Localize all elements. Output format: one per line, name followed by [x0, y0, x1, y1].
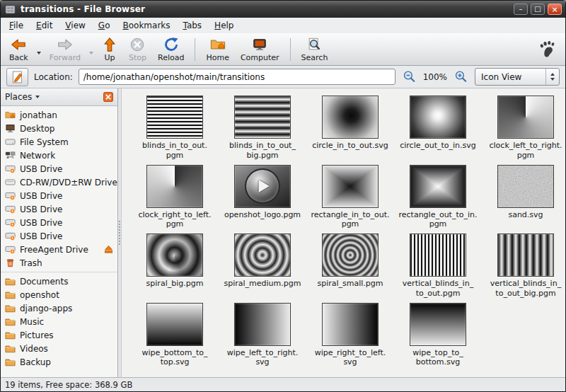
places-title: Places — [5, 92, 32, 102]
up-button[interactable]: Up — [96, 35, 123, 64]
place-videos[interactable]: Videos — [1, 342, 117, 355]
zoom-in-icon — [454, 70, 468, 83]
place-backup[interactable]: Backup — [1, 355, 117, 369]
place-label: Desktop — [20, 124, 55, 134]
file-name: blinds_​in_​to_​out_​big.​pgm — [223, 141, 302, 161]
eject-button[interactable] — [103, 244, 114, 255]
file-item[interactable]: rectangle_​in_​to_​out.​pgm — [307, 165, 393, 230]
place-trash[interactable]: Trash — [1, 256, 117, 270]
search-button[interactable]: Search — [296, 35, 334, 64]
menu-bookmarks[interactable]: Bookmarks — [116, 19, 176, 32]
places-header[interactable]: Places — [1, 88, 117, 106]
place-usb-drive[interactable]: USB Drive — [1, 202, 117, 216]
place-desktop[interactable]: Desktop — [1, 122, 117, 135]
folder-icon — [5, 289, 16, 300]
place-jonathan[interactable]: jonathan — [1, 108, 117, 122]
toolbar-button-label: Search — [301, 53, 328, 62]
minimize-button[interactable]: – — [514, 4, 528, 15]
file-item[interactable]: wipe_​left_​to_​right.​svg — [219, 303, 306, 368]
place-network[interactable]: Network — [1, 149, 117, 162]
place-usb-drive[interactable]: USB Drive — [1, 216, 117, 229]
menu-view[interactable]: View — [59, 19, 91, 32]
places-close-button[interactable] — [103, 92, 113, 102]
eject-icon — [103, 244, 114, 255]
menu-help[interactable]: Help — [208, 19, 240, 32]
place-label: USB Drive — [20, 231, 62, 241]
file-name: circle_​out_​to_​in.​svg — [400, 141, 476, 151]
file-item[interactable]: wipe_​top_​to_​bottom.​svg — [395, 303, 481, 368]
home-button[interactable]: Home — [200, 35, 234, 64]
file-item[interactable]: wipe_​right_​to_​left.​svg — [307, 303, 393, 368]
place-label: Videos — [20, 344, 48, 354]
place-freeagent-drive[interactable]: FreeAgent Drive — [1, 243, 117, 256]
place-documents[interactable]: Documents — [1, 275, 117, 288]
file-item[interactable]: wipe_​bottom_​to_​top.​svg — [132, 303, 218, 368]
computer-button[interactable]: Computer — [235, 35, 285, 64]
reload-icon — [163, 37, 179, 52]
menu-go[interactable]: Go — [92, 19, 117, 32]
close-button[interactable]: × — [548, 4, 562, 15]
file-item[interactable]: clock_​right_​to_​left.​pgm — [132, 165, 218, 230]
file-name: sand.​svg — [508, 210, 543, 220]
menu-tabs[interactable]: Tabs — [177, 19, 209, 32]
back-history-dropdown[interactable] — [34, 40, 44, 59]
zoom-out-button[interactable] — [401, 69, 417, 85]
titlebar[interactable]: transitions - File Browser – □ × — [1, 1, 565, 18]
file-manager-icon — [4, 4, 16, 16]
menu-file[interactable]: File — [3, 19, 30, 32]
file-item[interactable]: blinds_​in_​to_​out.​pgm — [132, 96, 218, 161]
menu-edit[interactable]: Edit — [30, 19, 59, 32]
toolbar-button-label: Back — [9, 53, 28, 62]
spiral-big-thumbnail — [146, 234, 203, 277]
file-item[interactable]: blinds_​in_​to_​out_​big.​pgm — [219, 96, 306, 161]
file-item[interactable]: vertical_​blinds_​in_​to_​out.​pgm — [395, 234, 481, 299]
file-item[interactable]: circle_​in_​to_​out.​svg — [307, 96, 393, 161]
file-item[interactable]: spiral_​big.​pgm — [132, 234, 218, 299]
maximize-button[interactable]: □ — [531, 4, 545, 15]
view-mode-value: Icon View — [481, 72, 521, 82]
status-bar: 19 items, Free space: 368.9 GB — [1, 377, 565, 391]
toolbar-button-label: Reload — [158, 53, 184, 62]
file-item[interactable]: vertical_​blinds_​in_​to_​out_​big.​pgm — [483, 234, 565, 299]
stop-button[interactable]: Stop — [123, 35, 152, 64]
reload-button[interactable]: Reload — [152, 35, 190, 64]
place-openshot[interactable]: openshot — [1, 288, 117, 301]
view-mode-select[interactable]: Icon View — [475, 68, 560, 86]
back-button[interactable]: Back — [4, 35, 34, 64]
place-label: django-apps — [20, 304, 72, 313]
place-usb-drive[interactable]: USB Drive — [1, 189, 117, 202]
circle-out-thumbnail — [410, 96, 466, 139]
places-close-icon — [103, 92, 113, 102]
place-label: Music — [20, 317, 44, 327]
location-bar: Location: 100% Icon View — [1, 66, 565, 88]
file-item[interactable]: clock_​left_​to_​right.​pgm — [483, 96, 565, 161]
file-item[interactable]: openshot_​logo.​pgm — [219, 165, 306, 230]
place-label: Pictures — [20, 330, 54, 340]
place-music[interactable]: Music — [1, 315, 117, 328]
zoom-level: 100% — [423, 72, 447, 82]
file-item[interactable]: sand.​svg — [483, 165, 565, 230]
place-usb-drive[interactable]: USB Drive — [1, 229, 117, 243]
usb-drive-icon — [5, 244, 16, 255]
file-item[interactable]: rectangle_​out_​to_​in.​pgm — [395, 165, 481, 230]
pane-splitter[interactable] — [118, 88, 122, 377]
place-pictures[interactable]: Pictures — [1, 328, 117, 342]
file-item[interactable]: spiral_​medium.​pgm — [219, 234, 306, 299]
file-item[interactable]: circle_​out_​to_​in.​svg — [395, 96, 481, 161]
forward-history-dropdown[interactable] — [86, 40, 96, 59]
forward-button[interactable]: Forward — [44, 35, 86, 64]
toolbar-button-label: Computer — [241, 53, 279, 62]
zoom-in-button[interactable] — [453, 69, 469, 85]
place-label: FreeAgent Drive — [20, 245, 88, 255]
place-file-system[interactable]: File System — [1, 135, 117, 149]
file-name: rectangle_​out_​to_​in.​pgm — [398, 210, 478, 230]
location-toggle-button[interactable] — [6, 68, 28, 86]
rect-in-thumbnail — [322, 165, 379, 208]
location-input[interactable] — [79, 69, 395, 85]
place-cd-rw-dvd-rw-drive[interactable]: CD-RW/DVD±RW Drive — [1, 175, 117, 189]
place-usb-drive[interactable]: USB Drive — [1, 162, 117, 175]
file-name: rectangle_​in_​to_​out.​pgm — [311, 210, 390, 230]
place-label: Trash — [20, 258, 42, 268]
file-item[interactable]: spiral_​small.​pgm — [307, 234, 393, 299]
place-django-apps[interactable]: django-apps — [1, 301, 117, 315]
